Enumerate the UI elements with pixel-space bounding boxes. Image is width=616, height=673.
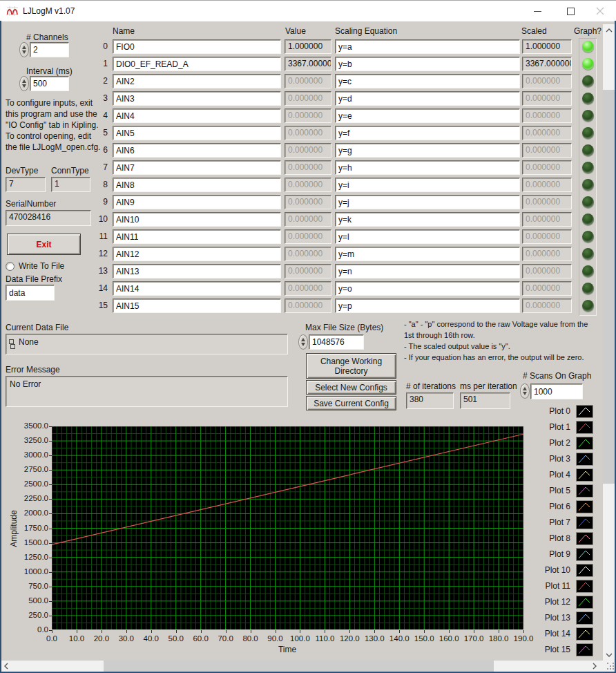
graph-led[interactable] [582, 248, 594, 260]
scaling-equation-input[interactable] [335, 39, 520, 54]
save-current-config-button[interactable]: Save Current Config [306, 396, 396, 410]
scroll-down-arrow[interactable] [603, 649, 615, 661]
max-file-size-input[interactable] [309, 334, 364, 350]
legend-plot-sample[interactable] [576, 468, 593, 482]
legend-plot-sample[interactable] [576, 612, 593, 625]
legend-plot-sample[interactable] [576, 516, 593, 529]
channel-name-input[interactable] [113, 212, 281, 227]
graph-led[interactable] [582, 179, 594, 191]
spin-down-icon[interactable] [22, 50, 26, 54]
channel-name-input[interactable] [113, 126, 281, 140]
legend-plot-sample[interactable] [576, 421, 593, 434]
horizontal-scroll-thumb[interactable] [104, 661, 494, 672]
legend-plot-sample[interactable] [576, 405, 593, 418]
scroll-up-arrow[interactable] [603, 24, 615, 36]
legend-plot-sample[interactable] [576, 643, 593, 656]
scaling-equation-input[interactable] [335, 212, 520, 227]
graph-led[interactable] [582, 196, 594, 208]
graph-led[interactable] [582, 93, 594, 104]
spin-up-icon[interactable] [22, 46, 26, 49]
channel-name-input[interactable] [113, 178, 281, 192]
max-file-size-spinner[interactable] [298, 334, 308, 350]
resize-grip[interactable] [600, 661, 616, 672]
scaling-equation-input[interactable] [335, 143, 520, 158]
data-file-prefix-input[interactable] [6, 285, 55, 301]
write-to-file-radio[interactable] [6, 262, 15, 271]
channel-name-input[interactable] [113, 264, 281, 278]
scaling-equation-input[interactable] [335, 195, 520, 209]
spin-down-icon[interactable] [523, 392, 527, 395]
legend-plot-sample[interactable] [576, 453, 593, 466]
legend-plot-sample[interactable] [576, 548, 593, 561]
graph-led[interactable] [582, 127, 594, 139]
channels-spinner[interactable] [19, 42, 29, 57]
minimize-button[interactable] [521, 1, 553, 21]
scaling-equation-input[interactable] [335, 178, 520, 192]
path-type-icon[interactable] [8, 339, 15, 350]
scaling-equation-input[interactable] [335, 74, 520, 88]
close-button[interactable] [584, 1, 616, 21]
graph-led[interactable] [582, 144, 594, 156]
legend-plot-sample[interactable] [576, 484, 593, 497]
graph-led[interactable] [582, 41, 594, 53]
vertical-scrollbar[interactable] [603, 24, 615, 661]
channel-name-input[interactable] [113, 74, 281, 88]
select-new-configs-button[interactable]: Select New Configs [306, 380, 396, 395]
channel-name-input[interactable] [113, 39, 281, 54]
scaling-equation-input[interactable] [335, 160, 520, 175]
graph-led[interactable] [582, 283, 594, 294]
channel-name-input[interactable] [113, 281, 281, 296]
channel-name-input[interactable] [113, 195, 281, 209]
spin-up-icon[interactable] [22, 79, 26, 83]
channel-name-input[interactable] [113, 229, 281, 244]
scaling-equation-input[interactable] [335, 229, 520, 244]
legend-plot-sample[interactable] [576, 627, 593, 641]
legend-plot-sample[interactable] [576, 437, 593, 450]
graph-led[interactable] [582, 110, 594, 122]
spin-up-icon[interactable] [523, 387, 527, 390]
maximize-button[interactable] [555, 1, 586, 21]
channels-input[interactable] [30, 42, 69, 57]
scaling-equation-input[interactable] [335, 126, 520, 140]
scaling-equation-input[interactable] [335, 247, 520, 261]
scaling-equation-input[interactable] [335, 57, 520, 71]
interval-input[interactable] [30, 76, 69, 91]
legend-plot-sample[interactable] [576, 532, 593, 545]
channel-name-input[interactable] [113, 57, 281, 71]
graph-led[interactable] [582, 214, 594, 225]
legend-plot-sample[interactable] [576, 596, 593, 609]
graph-led[interactable] [582, 231, 594, 243]
graph-led[interactable] [582, 265, 594, 277]
graph-led[interactable] [582, 75, 594, 87]
vertical-scroll-thumb[interactable] [603, 90, 615, 484]
scaling-equation-input[interactable] [335, 298, 520, 313]
channel-name-input[interactable] [113, 247, 281, 261]
scaling-equation-input[interactable] [335, 108, 520, 123]
spin-down-icon[interactable] [301, 343, 305, 346]
channel-name-input[interactable] [113, 160, 281, 175]
interval-spinner[interactable] [19, 76, 29, 91]
channel-name-input[interactable] [113, 298, 281, 313]
horizontal-scrollbar[interactable] [0, 661, 600, 672]
legend-plot-sample[interactable] [576, 580, 593, 593]
spin-down-icon[interactable] [22, 84, 26, 88]
channel-name-input[interactable] [113, 143, 281, 158]
spin-up-icon[interactable] [301, 338, 305, 341]
scaling-equation-input[interactable] [335, 264, 520, 278]
legend-plot-label: Plot 10 [533, 562, 570, 578]
scans-input[interactable] [530, 383, 583, 399]
legend-plot-sample[interactable] [576, 564, 593, 577]
graph-led[interactable] [582, 162, 594, 173]
graph-led[interactable] [582, 300, 594, 312]
channel-name-input[interactable] [113, 91, 281, 106]
graph-led[interactable] [582, 58, 594, 70]
scroll-right-arrow[interactable] [588, 661, 600, 672]
channel-name-input[interactable] [113, 108, 281, 123]
exit-button[interactable]: Exit [7, 234, 81, 255]
scroll-left-arrow[interactable] [0, 661, 12, 672]
scans-spinner[interactable] [520, 383, 530, 399]
legend-plot-sample[interactable] [576, 500, 593, 513]
scaling-equation-input[interactable] [335, 91, 520, 106]
change-working-directory-button[interactable]: Change Working Directory [306, 353, 396, 379]
scaling-equation-input[interactable] [335, 281, 520, 296]
